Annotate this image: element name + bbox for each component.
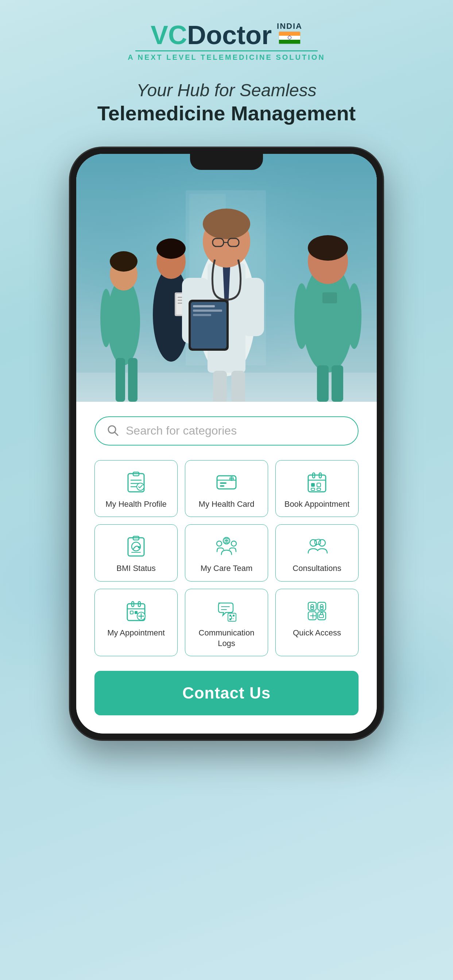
category-label-care-team: My Care Team bbox=[201, 563, 253, 574]
svg-point-69 bbox=[138, 546, 140, 548]
phone-notch bbox=[190, 154, 263, 170]
search-icon bbox=[106, 424, 119, 438]
logo-vc: VC bbox=[151, 21, 187, 49]
svg-rect-65 bbox=[317, 488, 321, 490]
category-label-book-appointment: Book Appointment bbox=[284, 499, 350, 510]
svg-rect-9 bbox=[116, 358, 125, 402]
logo-india-badge: INDIA bbox=[277, 22, 302, 45]
svg-rect-10 bbox=[128, 358, 137, 402]
page-container: VCDoctor INDIA A NEXT LEVEL TELEMEDICINE… bbox=[0, 0, 453, 769]
svg-rect-91 bbox=[233, 615, 234, 617]
phone-frame: Search for categories bbox=[70, 147, 383, 740]
category-grid: My Health Profile bbox=[94, 460, 359, 656]
svg-point-7 bbox=[110, 251, 137, 272]
health-profile-icon bbox=[125, 471, 147, 493]
svg-rect-35 bbox=[213, 371, 227, 402]
consultations-icon bbox=[306, 536, 328, 557]
phone-content: Search for categories bbox=[76, 402, 377, 733]
book-appointment-icon bbox=[306, 471, 328, 493]
hero-image bbox=[76, 154, 377, 402]
svg-rect-29 bbox=[242, 278, 264, 336]
svg-rect-93 bbox=[233, 618, 233, 619]
logo-doctor: Doctor bbox=[187, 21, 272, 49]
logo-underline bbox=[135, 50, 318, 51]
svg-rect-31 bbox=[191, 302, 226, 348]
svg-rect-44 bbox=[322, 293, 337, 303]
svg-rect-105 bbox=[319, 615, 324, 617]
category-label-quick-access: Quick Access bbox=[293, 628, 341, 638]
svg-point-24 bbox=[203, 208, 250, 239]
india-text: INDIA bbox=[277, 22, 302, 30]
svg-rect-55 bbox=[220, 482, 226, 484]
category-item-consultations[interactable]: Consultations bbox=[275, 524, 359, 582]
headline-section: Your Hub for Seamless Telemedicine Manag… bbox=[97, 80, 356, 126]
svg-rect-62 bbox=[311, 483, 315, 487]
svg-rect-56 bbox=[220, 485, 224, 487]
phone-inner: Search for categories bbox=[76, 154, 377, 733]
communication-logs-icon bbox=[215, 600, 238, 622]
headline-sub: Your Hub for Seamless bbox=[97, 80, 356, 101]
category-label-communication-logs: Communication Logs bbox=[191, 628, 262, 649]
svg-rect-34 bbox=[193, 314, 211, 316]
my-appointment-icon bbox=[125, 600, 147, 622]
svg-rect-66 bbox=[128, 538, 144, 556]
category-item-health-card[interactable]: My Health Card bbox=[185, 460, 268, 517]
headline-main: Telemedicine Management bbox=[97, 101, 356, 126]
category-label-health-profile: My Health Profile bbox=[105, 499, 167, 510]
svg-rect-94 bbox=[231, 616, 232, 619]
svg-point-8 bbox=[100, 289, 112, 347]
india-flag bbox=[279, 31, 301, 45]
svg-point-77 bbox=[319, 539, 325, 546]
flag-white bbox=[279, 36, 300, 40]
logo-section: VCDoctor INDIA A NEXT LEVEL TELEMEDICINE… bbox=[128, 22, 325, 62]
flag-chakra bbox=[288, 36, 292, 40]
svg-rect-42 bbox=[317, 365, 329, 402]
category-label-consultations: Consultations bbox=[292, 563, 341, 574]
svg-rect-43 bbox=[332, 365, 343, 402]
category-item-my-appointment[interactable]: My Appointment bbox=[94, 589, 178, 656]
svg-rect-63 bbox=[317, 483, 321, 487]
svg-point-13 bbox=[156, 239, 186, 259]
svg-rect-36 bbox=[231, 371, 245, 402]
category-label-bmi: BMI Status bbox=[116, 563, 156, 574]
search-bar[interactable]: Search for categories bbox=[94, 416, 359, 445]
category-item-book-appointment[interactable]: Book Appointment bbox=[275, 460, 359, 517]
svg-point-39 bbox=[308, 235, 348, 261]
svg-rect-90 bbox=[230, 615, 231, 617]
svg-point-5 bbox=[107, 278, 140, 365]
category-label-my-appointment: My Appointment bbox=[107, 628, 165, 638]
svg-point-71 bbox=[217, 541, 222, 546]
logo-tagline: A NEXT LEVEL TELEMEDICINE SOLUTION bbox=[128, 53, 325, 62]
category-item-communication-logs[interactable]: Communication Logs bbox=[185, 589, 268, 656]
quick-access-icon bbox=[306, 600, 328, 622]
svg-rect-32 bbox=[193, 305, 215, 307]
svg-rect-64 bbox=[311, 488, 315, 490]
flag-green bbox=[279, 40, 300, 44]
svg-rect-86 bbox=[135, 611, 137, 614]
logo-row: VCDoctor INDIA bbox=[151, 22, 302, 48]
category-item-health-profile[interactable]: My Health Profile bbox=[94, 460, 178, 517]
svg-rect-85 bbox=[130, 611, 133, 614]
svg-rect-92 bbox=[230, 618, 231, 620]
svg-point-40 bbox=[294, 283, 309, 349]
contact-us-button[interactable]: Contact Us bbox=[94, 671, 359, 715]
bmi-icon bbox=[125, 536, 147, 557]
phone-wrapper: Search for categories bbox=[70, 147, 383, 740]
logo-text: VCDoctor bbox=[151, 22, 272, 48]
flag-orange bbox=[279, 32, 300, 36]
category-item-care-team[interactable]: My Care Team bbox=[185, 524, 268, 582]
search-placeholder-text: Search for categories bbox=[126, 424, 237, 438]
care-team-icon bbox=[215, 536, 238, 557]
svg-point-72 bbox=[231, 541, 236, 546]
category-item-quick-access[interactable]: Quick Access bbox=[275, 589, 359, 656]
health-card-icon bbox=[215, 471, 238, 493]
svg-point-41 bbox=[347, 283, 362, 349]
phone-hero bbox=[76, 154, 377, 402]
category-label-health-card: My Health Card bbox=[199, 499, 255, 510]
svg-rect-33 bbox=[193, 310, 222, 312]
category-item-bmi[interactable]: BMI Status bbox=[94, 524, 178, 582]
svg-line-46 bbox=[115, 432, 118, 435]
